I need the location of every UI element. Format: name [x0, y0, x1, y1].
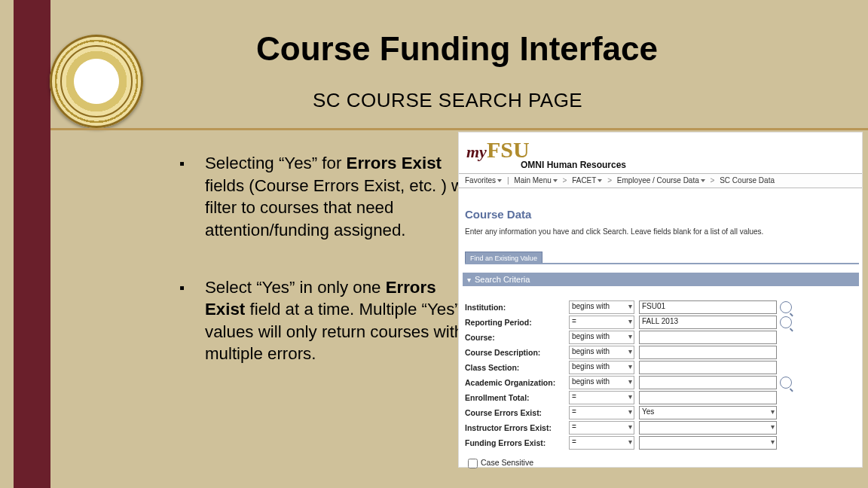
field-label: Course Description:: [465, 348, 569, 357]
value-input[interactable]: [639, 421, 777, 435]
lookup-icon[interactable]: [780, 316, 792, 328]
breadcrumb: Favorites | Main Menu > FACET > Employee…: [459, 173, 862, 188]
form-row: Reporting Period:=FALL 2013: [465, 315, 859, 330]
breadcrumb-item[interactable]: FACET: [572, 176, 596, 185]
field-label: Academic Organization:: [465, 378, 569, 387]
bullet-list: Selecting “Yes” for Errors Exist fields …: [149, 152, 477, 400]
operator-select[interactable]: =: [569, 391, 634, 404]
omni-subtitle: OMNI Human Resources: [521, 160, 626, 170]
lookup-icon[interactable]: [780, 301, 792, 313]
field-label: Course Errors Exist:: [465, 408, 569, 417]
form-row: Funding Errors Exist:=: [465, 435, 859, 450]
value-input[interactable]: FALL 2013: [639, 316, 777, 329]
value-input[interactable]: Yes: [639, 406, 777, 419]
breadcrumb-item[interactable]: Favorites: [465, 176, 496, 185]
operator-select[interactable]: =: [569, 421, 634, 435]
tab-underline: [465, 263, 859, 264]
accent-stripe: [14, 0, 50, 488]
form-row: Institution:begins withFSU01: [465, 300, 859, 315]
divider: [50, 128, 868, 130]
chevron-down-icon: [598, 179, 602, 182]
operator-select[interactable]: begins with: [569, 376, 634, 389]
value-input[interactable]: [639, 346, 777, 359]
operator-select[interactable]: =: [569, 406, 634, 419]
form-row: Enrollment Total:=: [465, 390, 859, 405]
page-title: Course Funding Interface: [256, 30, 658, 68]
form-row: Course Errors Exist:=Yes: [465, 405, 859, 420]
value-input[interactable]: [639, 376, 777, 389]
list-item: Select “Yes” in only one Errors Exist fi…: [179, 276, 477, 366]
field-label: Enrollment Total:: [465, 393, 569, 402]
search-criteria-header[interactable]: Search Criteria: [463, 273, 859, 286]
case-sensitive-row: Case Sensitive: [465, 456, 859, 471]
field-label: Funding Errors Exist:: [465, 438, 569, 447]
value-input[interactable]: FSU01: [639, 300, 777, 314]
field-label: Instructor Errors Exist:: [465, 423, 569, 432]
section-heading: Course Data: [465, 208, 531, 221]
form-row: Instructor Errors Exist:=: [465, 420, 859, 435]
operator-select[interactable]: begins with: [569, 331, 634, 344]
search-form: Institution:begins withFSU01Reporting Pe…: [465, 300, 859, 471]
case-sensitive-checkbox[interactable]: [468, 459, 478, 468]
page-subtitle: SC COURSE SEARCH PAGE: [313, 89, 582, 112]
value-input[interactable]: [639, 361, 777, 374]
slide: Course Funding Interface SC COURSE SEARC…: [0, 0, 868, 488]
case-sensitive-label: Case Sensitive: [481, 458, 533, 467]
operator-select[interactable]: begins with: [569, 346, 634, 359]
breadcrumb-item[interactable]: Main Menu: [514, 176, 551, 185]
tab-find-existing[interactable]: Find an Existing Value: [465, 252, 542, 264]
breadcrumb-item[interactable]: Employee / Course Data: [617, 176, 699, 185]
field-label: Reporting Period:: [465, 318, 569, 327]
list-item: Selecting “Yes” for Errors Exist fields …: [179, 152, 477, 242]
chevron-down-icon: [497, 179, 502, 182]
operator-select[interactable]: begins with: [569, 300, 634, 314]
operator-select[interactable]: begins with: [569, 361, 634, 374]
field-label: Course:: [465, 333, 569, 342]
form-row: Class Section:begins with: [465, 360, 859, 375]
breadcrumb-item[interactable]: SC Course Data: [720, 176, 775, 185]
operator-select[interactable]: =: [569, 436, 634, 450]
chevron-down-icon: [553, 179, 558, 182]
fsu-seal-icon: [50, 35, 143, 128]
value-input[interactable]: [639, 391, 777, 404]
field-label: Class Section:: [465, 363, 569, 372]
lookup-icon[interactable]: [780, 377, 792, 389]
form-row: Course:begins with: [465, 330, 859, 345]
myfsu-logo: myFSU: [466, 137, 530, 163]
chevron-down-icon: [701, 179, 705, 182]
form-row: Course Description:begins with: [465, 345, 859, 360]
screenshot-panel: myFSU OMNI Human Resources Favorites | M…: [459, 133, 862, 467]
form-row: Academic Organization:begins with: [465, 375, 859, 390]
operator-select[interactable]: =: [569, 316, 634, 329]
hint-text: Enter any information you have and click…: [465, 227, 763, 236]
value-input[interactable]: [639, 436, 777, 450]
field-label: Institution:: [465, 303, 569, 312]
value-input[interactable]: [639, 331, 777, 344]
